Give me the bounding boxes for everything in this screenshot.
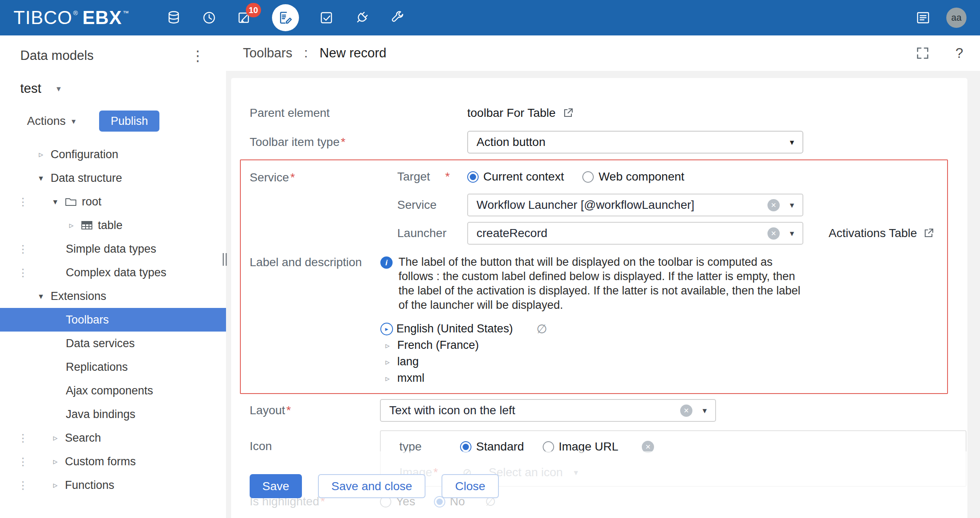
close-button[interactable]: Close [442, 474, 499, 498]
tree-item-ajax-components[interactable]: Ajax components [0, 379, 226, 402]
administration-wrench-icon[interactable] [389, 10, 405, 26]
folder-icon [65, 197, 77, 207]
tree-item-search[interactable]: ⋮ ▹ Search [0, 426, 226, 450]
caret-right-icon[interactable]: ▹ [53, 433, 65, 443]
combo-caret-icon[interactable]: ▾ [703, 405, 707, 415]
perspectives-list-icon[interactable] [915, 10, 931, 26]
tasks-icon[interactable]: 10 [237, 10, 253, 26]
target-option-web-component[interactable]: Web component [582, 170, 684, 183]
tree-item-data-structure[interactable]: ▾ Data structure [0, 166, 226, 190]
fullscreen-icon[interactable] [916, 46, 929, 60]
layout-combobox[interactable]: Text with icon on the left ✕ ▾ [380, 399, 716, 422]
activations-table-link[interactable]: Activations Table [829, 227, 934, 240]
radio-label[interactable]: Web component [598, 170, 684, 183]
drag-handle-icon[interactable]: ⋮ [18, 267, 28, 278]
integrations-plug-icon[interactable] [354, 10, 370, 26]
data-models-icon[interactable] [272, 4, 299, 31]
sidebar-menu-kebab-icon[interactable]: ⋮ [191, 49, 205, 63]
service-group-label: Service* [241, 165, 380, 184]
radio-selected-icon[interactable] [467, 171, 479, 183]
locale-list: ▸ English (United States) ∅ ▹ French (Fr… [380, 321, 947, 386]
info-icon: i [380, 256, 393, 269]
caret-right-icon[interactable]: ▹ [385, 357, 395, 367]
combo-caret-icon[interactable]: ▾ [790, 200, 794, 210]
tree-item-java-bindings[interactable]: Java bindings [0, 402, 226, 426]
tree-item-label: table [98, 219, 123, 232]
actions-menu[interactable]: Actions ▾ [27, 114, 75, 128]
caret-right-icon[interactable]: ▹ [69, 220, 81, 230]
tree-item-table[interactable]: ▹ table [0, 213, 226, 237]
target-option-current-context[interactable]: Current context [467, 170, 564, 183]
user-avatar[interactable]: aa [946, 8, 967, 28]
tree-item-root[interactable]: ⋮ ▾ root [0, 190, 226, 213]
service-row: Service Workflow Launcher [@workflowLaun… [380, 194, 947, 216]
drag-handle-icon[interactable]: ⋮ [18, 480, 28, 491]
clear-icon[interactable]: ✕ [680, 405, 692, 417]
tree-item-complex-data-types[interactable]: ⋮ Complex data types [0, 261, 226, 284]
tree-item-extensions[interactable]: ▾ Extensions [0, 284, 226, 308]
sidebar-resize-handle[interactable] [223, 253, 229, 266]
form-footer: Save Save and close Close [231, 451, 967, 518]
tree-item-configuration[interactable]: ▹ Configuration [0, 143, 226, 166]
save-button[interactable]: Save [250, 474, 302, 498]
tree-item-custom-forms[interactable]: ⋮ ▹ Custom forms [0, 450, 226, 473]
caret-down-icon[interactable]: ▾ [53, 197, 65, 207]
clear-icon[interactable]: ✕ [767, 227, 780, 240]
toolbar-item-type-row: Toolbar item type* Action button ▾ [250, 131, 949, 154]
tree-item-replications[interactable]: Replications [0, 355, 226, 379]
dataspaces-icon[interactable] [318, 10, 334, 26]
caret-down-icon[interactable]: ▾ [39, 291, 51, 301]
model-selector[interactable]: test ▾ [0, 63, 226, 96]
tree-item-functions[interactable]: ⋮ ▹ Functions [0, 473, 226, 497]
save-and-close-button[interactable]: Save and close [318, 474, 425, 498]
radio-unselected-icon[interactable] [582, 171, 594, 183]
data-model-tree: ▹ Configuration ▾ Data structure ⋮ ▾ roo… [0, 143, 226, 497]
drag-handle-icon[interactable]: ⋮ [18, 244, 28, 254]
top-bar: TIBCO ® EBX ™ 10 aa [0, 0, 980, 35]
expand-locale-icon[interactable]: ▸ [380, 323, 393, 335]
tree-item-data-services[interactable]: Data services [0, 332, 226, 355]
combo-caret-icon[interactable]: ▾ [790, 228, 794, 238]
caret-right-icon[interactable]: ▹ [53, 456, 65, 467]
drag-handle-icon[interactable]: ⋮ [18, 197, 28, 207]
locale-lang[interactable]: ▹ lang [380, 353, 947, 370]
sidebar-title: Data models [20, 48, 94, 63]
locale-french[interactable]: ▹ French (France) [380, 337, 947, 353]
caret-right-icon[interactable]: ▹ [39, 149, 51, 159]
caret-right-icon[interactable]: ▹ [53, 480, 65, 490]
tree-item-label: Complex data types [66, 266, 167, 279]
tree-item-label: Data structure [51, 172, 122, 185]
locale-label: mxml [397, 372, 424, 385]
caret-down-icon[interactable]: ▾ [39, 173, 51, 183]
clear-icon[interactable]: ✕ [767, 199, 780, 211]
caret-right-icon[interactable]: ▹ [385, 340, 395, 351]
launcher-combobox[interactable]: createRecord ✕ ▾ [467, 222, 803, 245]
external-link-icon [923, 228, 934, 239]
locale-mxml[interactable]: ▹ mxml [380, 370, 947, 386]
external-link-icon[interactable] [563, 108, 573, 119]
layout-label: Layout* [250, 404, 380, 417]
locale-english[interactable]: ▸ English (United States) ∅ [380, 321, 947, 337]
chevron-down-icon: ▾ [57, 84, 61, 94]
toolbar-item-type-select[interactable]: Action button ▾ [467, 131, 803, 154]
drag-handle-icon[interactable]: ⋮ [18, 433, 28, 443]
tree-item-toolbars[interactable]: Toolbars [0, 308, 226, 332]
publish-button[interactable]: Publish [99, 111, 159, 132]
datasets-icon[interactable] [166, 10, 182, 26]
service-validation-group: Service* Target* Current context [240, 159, 948, 394]
radio-label[interactable]: Current context [483, 170, 564, 183]
radio-unselected-icon[interactable] [543, 441, 554, 453]
caret-right-icon[interactable]: ▹ [385, 373, 395, 383]
help-icon[interactable]: ? [956, 45, 963, 61]
radio-selected-icon[interactable] [460, 441, 471, 453]
no-value-icon[interactable]: ∅ [536, 322, 547, 336]
drag-handle-icon[interactable]: ⋮ [18, 456, 28, 467]
parent-element-value: toolbar For Table [467, 106, 556, 120]
select-caret-icon: ▾ [790, 137, 794, 147]
service-combobox[interactable]: Workflow Launcher [@workflowLauncher] ✕ … [467, 194, 803, 216]
tree-item-label: Search [65, 432, 101, 445]
history-clock-icon[interactable] [201, 10, 217, 26]
tree-item-simple-data-types[interactable]: ⋮ Simple data types [0, 237, 226, 261]
tree-item-label: Toolbars [66, 313, 109, 326]
table-icon [81, 220, 93, 230]
